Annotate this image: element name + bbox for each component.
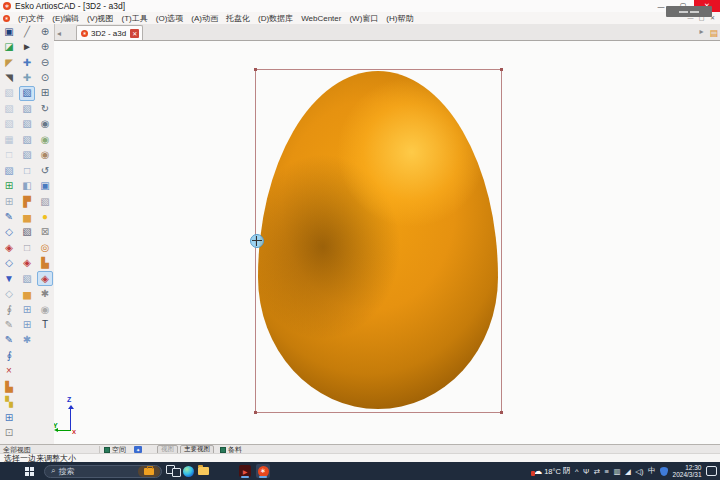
render-tool-2-icon[interactable]: ▅ <box>19 286 35 301</box>
ime-indicator[interactable]: 中 <box>648 466 656 476</box>
attach-add-tool-icon[interactable]: ∮ <box>1 348 17 363</box>
cube-view-1-icon[interactable]: ▧ <box>19 101 35 116</box>
copy-tool-icon[interactable]: ▦ <box>1 132 17 147</box>
annotate-tool-icon[interactable]: ✎ <box>1 317 17 332</box>
cube-view-5-icon[interactable]: □ <box>19 163 35 178</box>
zoom-1to1-tool-icon[interactable]: ⊙ <box>37 70 53 85</box>
viewport-tool-icon[interactable]: ▣ <box>37 178 53 193</box>
window-add-tool-icon[interactable]: ⊞ <box>1 410 17 425</box>
move-tool-icon[interactable]: ✚ <box>19 55 35 70</box>
menu-item-7[interactable]: (D)数据库 <box>254 13 297 24</box>
tape-dark-tool-icon[interactable]: ◥ <box>1 70 17 85</box>
weather-widget[interactable]: ☁ 18°C 阴 <box>533 466 570 476</box>
shape-tool-icon[interactable]: ▚ <box>1 395 17 410</box>
point-tool-3-icon[interactable]: ◇ <box>1 286 17 301</box>
camera-gray-tool-icon[interactable]: ◉ <box>37 302 53 317</box>
network-icon[interactable]: ◢ <box>625 467 631 476</box>
menu-item-6[interactable]: 托盘化 <box>222 13 254 24</box>
zoom-fit-tool-icon[interactable]: ⊞ <box>37 86 53 101</box>
tab-scroll-right-icon[interactable]: ▸ <box>696 27 706 38</box>
file-explorer-button[interactable] <box>196 464 210 478</box>
pin-tool-icon[interactable]: ▼ <box>1 271 17 286</box>
t-square-tool-icon[interactable]: T <box>37 317 53 332</box>
tab-scroll-left-icon[interactable]: ◂ <box>54 29 64 40</box>
cube-small-tool-icon[interactable]: ▧ <box>37 194 53 209</box>
fold-tool-2-icon[interactable]: ▧ <box>1 101 17 116</box>
draw-tool-icon[interactable]: ✎ <box>1 209 17 224</box>
select-tool-icon[interactable]: ▣ <box>1 24 17 39</box>
search-highlight-chip[interactable] <box>138 466 160 477</box>
assembly-settings-tool-icon[interactable]: ✱ <box>19 333 35 348</box>
layer-state-icon[interactable]: ✦ <box>134 446 142 453</box>
security-shield-icon[interactable] <box>660 467 668 476</box>
multi-cube-tool-2-icon[interactable]: ⊞ <box>19 317 35 332</box>
flip-surface-tool-icon[interactable]: ◪ <box>1 39 17 54</box>
section-tool-icon[interactable]: ◧ <box>19 178 35 193</box>
resize-handle[interactable] <box>254 411 257 414</box>
volume-icon[interactable]: ◁) <box>635 467 643 476</box>
wireframe-tool-icon[interactable]: ◈ <box>19 256 35 271</box>
cube-view-3-icon[interactable]: ▧ <box>19 132 35 147</box>
resize-handle[interactable] <box>500 411 503 414</box>
delete-point-tool-icon[interactable]: ◈ <box>1 240 17 255</box>
search-input[interactable]: ⌕ 搜索 <box>44 465 162 478</box>
fold-tool-5-icon[interactable]: ▧ <box>1 163 17 178</box>
camera-tool-3-icon[interactable]: ◉ <box>37 148 53 163</box>
render-tool-icon[interactable]: ▅ <box>19 209 35 224</box>
cube-dark-tool-icon[interactable]: ▧ <box>19 225 35 240</box>
menu-item-1[interactable]: (E)编辑 <box>48 13 83 24</box>
cube-view-4-icon[interactable]: ▧ <box>19 148 35 163</box>
document-tab[interactable]: ∗ 3D2 - a3d ✕ <box>76 25 143 40</box>
wireframe-view-tool-icon[interactable]: ◈ <box>37 271 53 286</box>
resize-handle[interactable] <box>500 68 503 71</box>
move-copy-tool-icon[interactable]: ✚ <box>19 70 35 85</box>
cube-view-6-icon[interactable]: ▧ <box>19 271 35 286</box>
grid-add-tool-icon[interactable]: ⊞ <box>1 178 17 193</box>
chevron-up-icon[interactable]: ^ <box>575 467 579 476</box>
tab-menu-icon[interactable]: ▤ <box>709 28 718 38</box>
edge-browser-button[interactable] <box>181 464 195 478</box>
rotate-view-tool-icon[interactable]: ↻ <box>37 101 53 116</box>
crosshair-cursor-icon[interactable] <box>250 234 264 248</box>
microphone-icon[interactable]: Ψ <box>583 467 589 476</box>
measure-tool-icon[interactable]: ╱ <box>19 24 35 39</box>
hierarchy-tool-icon[interactable]: ▙ <box>1 379 17 394</box>
media-app-button[interactable]: ▶ <box>238 464 252 478</box>
menu-item-8[interactable]: WebCenter <box>297 14 345 23</box>
menu-item-3[interactable]: (T)工具 <box>118 13 152 24</box>
hide-tool-icon[interactable]: ⊠ <box>37 225 53 240</box>
menu-item-5[interactable]: (A)动画 <box>187 13 222 24</box>
detach-tool-icon[interactable]: × <box>1 364 17 379</box>
viewport-3d[interactable]: Z Y X <box>54 40 720 445</box>
point-tool-icon[interactable]: ◇ <box>1 225 17 240</box>
window-settings-tool-icon[interactable]: ⊡ <box>1 425 17 440</box>
sync-icon[interactable]: ⇄ <box>594 467 600 476</box>
sphere-tool-icon[interactable]: ◎ <box>37 240 53 255</box>
fold-tool-4-icon[interactable]: □ <box>1 148 17 163</box>
start-button[interactable] <box>22 464 36 478</box>
artioscad-app-button[interactable]: ∗ <box>256 464 270 478</box>
menu-item-2[interactable]: (V)视图 <box>83 13 118 24</box>
point-tool-2-icon[interactable]: ◇ <box>1 256 17 271</box>
select-arrow-tool-icon[interactable]: ► <box>19 39 35 54</box>
fold-tool-3-icon[interactable]: ▧ <box>1 117 17 132</box>
menu-item-9[interactable]: (W)窗口 <box>345 13 382 24</box>
tray-app2-icon[interactable]: ▥ <box>613 467 620 476</box>
open-box-tool-icon[interactable]: ▛ <box>19 194 35 209</box>
menu-item-4[interactable]: (O)选项 <box>152 13 188 24</box>
tray-app-icon[interactable]: ≡ <box>605 467 609 476</box>
camera-tool-2-icon[interactable]: ◉ <box>37 132 53 147</box>
chair-tool-icon[interactable]: ▙ <box>37 256 53 271</box>
zoom-out-tool-icon[interactable]: ⊖ <box>37 55 53 70</box>
undo-view-tool-icon[interactable]: ↺ <box>37 163 53 178</box>
tape-tool-icon[interactable]: ◤ <box>1 55 17 70</box>
resize-handle[interactable] <box>254 68 257 71</box>
selected-cube-tool-icon[interactable]: ▧ <box>19 86 35 101</box>
cube-light-tool-icon[interactable]: □ <box>19 240 35 255</box>
multi-cube-tool-icon[interactable]: ⊞ <box>19 302 35 317</box>
zoom-in-tool-icon[interactable]: ⊕ <box>37 24 53 39</box>
notification-icon[interactable] <box>706 466 717 476</box>
camera-tool-1-icon[interactable]: ◉ <box>37 117 53 132</box>
gears-tool-icon[interactable]: ✱ <box>37 286 53 301</box>
cube-view-2-icon[interactable]: ▧ <box>19 117 35 132</box>
